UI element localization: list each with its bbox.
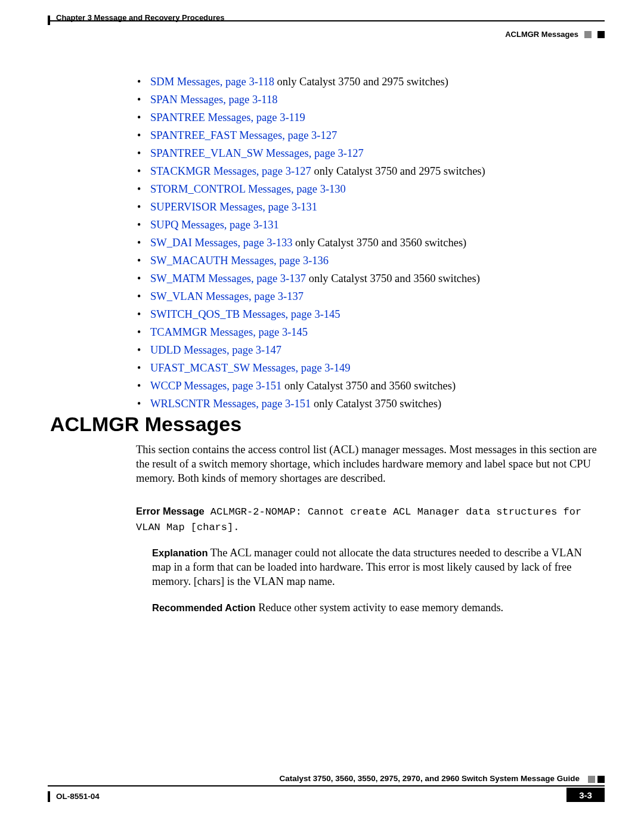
toc-link[interactable]: SPANTREE_FAST Messages, page 3-127: [150, 129, 337, 141]
toc-link[interactable]: SW_VLAN Messages, page 3-137: [150, 290, 304, 302]
toc-link[interactable]: STORM_CONTROL Messages, page 3-130: [150, 183, 346, 195]
toc-extra-text: only Catalyst 3750 and 3560 switches): [306, 272, 480, 284]
toc-item: SPANTREE_FAST Messages, page 3-127: [137, 126, 587, 144]
section-intro: This section contains the access control…: [136, 442, 599, 485]
toc-link[interactable]: SUPERVISOR Messages, page 3-131: [150, 201, 317, 213]
toc-link[interactable]: SDM Messages, page 3-118: [150, 76, 274, 88]
footer-square-mid-icon: [588, 776, 595, 783]
toc-link[interactable]: SW_MATM Messages, page 3-137: [150, 272, 306, 284]
toc-link[interactable]: WCCP Messages, page 3-151: [150, 380, 281, 392]
recommended-action-text: Reduce other system activity to ease mem…: [256, 602, 504, 614]
toc-link[interactable]: TCAMMGR Messages, page 3-145: [150, 326, 308, 338]
toc-extra-text: only Catalyst 3750 switches): [311, 398, 441, 410]
error-message-block: Error Message ACLMGR-2-NOMAP: Cannot cre…: [136, 504, 599, 535]
footer-square-dark-icon: [597, 776, 605, 783]
toc-link[interactable]: SPAN Messages, page 3-118: [150, 94, 277, 106]
toc-item: SW_VLAN Messages, page 3-137: [137, 287, 587, 305]
toc-item: SPANTREE_VLAN_SW Messages, page 3-127: [137, 144, 587, 162]
footer-page-number: 3-3: [566, 788, 605, 802]
recommended-action-block: Recommended Action Reduce other system a…: [152, 600, 593, 615]
error-message-label: Error Message: [136, 506, 205, 516]
toc-item: SPANTREE Messages, page 3-119: [137, 109, 587, 126]
toc-item: SWITCH_QOS_TB Messages, page 3-145: [137, 305, 587, 323]
toc-item: STACKMGR Messages, page 3-127 only Catal…: [137, 162, 587, 180]
toc-item: SW_MATM Messages, page 3-137 only Cataly…: [137, 270, 587, 287]
recommended-action-label: Recommended Action: [152, 602, 256, 613]
toc-link[interactable]: SW_DAI Messages, page 3-133: [150, 237, 292, 249]
footer-rule: [48, 785, 605, 786]
footer-book-title: Catalyst 3750, 3560, 3550, 2975, 2970, a…: [279, 774, 580, 783]
toc-item: SUPQ Messages, page 3-131: [137, 216, 587, 234]
explanation-label: Explanation: [152, 547, 208, 558]
toc-link[interactable]: SPANTREE_VLAN_SW Messages, page 3-127: [150, 147, 364, 159]
section-heading: ACLMGR Messages: [50, 413, 242, 436]
toc-extra-text: only Catalyst 3750 and 3560 switches): [292, 237, 466, 249]
toc-link[interactable]: WRLSCNTR Messages, page 3-151: [150, 398, 311, 410]
page-content: Chapter 3 Message and Recovery Procedure…: [48, 13, 605, 809]
toc-list: SDM Messages, page 3-118 only Catalyst 3…: [137, 73, 587, 413]
toc-link[interactable]: SW_MACAUTH Messages, page 3-136: [150, 255, 329, 267]
toc-extra-text: only Catalyst 3750 and 2975 switches): [274, 76, 448, 88]
toc-item: SW_DAI Messages, page 3-133 only Catalys…: [137, 234, 587, 252]
footer-left-bar: [48, 791, 50, 802]
footer-doc-id: OL-8551-04: [56, 792, 100, 801]
toc-item: WRLSCNTR Messages, page 3-151 only Catal…: [137, 395, 587, 413]
toc-link[interactable]: STACKMGR Messages, page 3-127: [150, 165, 311, 177]
toc-item: SDM Messages, page 3-118 only Catalyst 3…: [137, 73, 587, 91]
toc-item: SW_MACAUTH Messages, page 3-136: [137, 252, 587, 270]
explanation-text: The ACL manager could not allocate the d…: [152, 547, 582, 587]
toc-link[interactable]: SWITCH_QOS_TB Messages, page 3-145: [150, 308, 340, 320]
toc-item: WCCP Messages, page 3-151 only Catalyst …: [137, 377, 587, 395]
toc-item: STORM_CONTROL Messages, page 3-130: [137, 180, 587, 198]
toc-item: TCAMMGR Messages, page 3-145: [137, 323, 587, 341]
header-square-dark-icon: [597, 31, 605, 38]
toc-item: SPAN Messages, page 3-118: [137, 91, 587, 109]
toc-item: SUPERVISOR Messages, page 3-131: [137, 198, 587, 216]
explanation-block: Explanation The ACL manager could not al…: [152, 546, 593, 589]
toc-extra-text: only Catalyst 3750 and 2975 switches): [311, 165, 485, 177]
header-square-mid-icon: [584, 31, 592, 38]
toc-extra-text: only Catalyst 3750 and 3560 switches): [281, 380, 456, 392]
toc-link[interactable]: SPANTREE Messages, page 3-119: [150, 112, 305, 123]
header-chapter: Chapter 3 Message and Recovery Procedure…: [56, 13, 225, 22]
header-section-row: ACLMGR Messages: [505, 30, 605, 39]
toc-link[interactable]: UFAST_MCAST_SW Messages, page 3-149: [150, 362, 350, 374]
toc-item: UDLD Messages, page 3-147: [137, 341, 587, 359]
toc-link[interactable]: UDLD Messages, page 3-147: [150, 344, 281, 356]
header-section-label: ACLMGR Messages: [505, 30, 578, 39]
toc-item: UFAST_MCAST_SW Messages, page 3-149: [137, 359, 587, 377]
toc-link[interactable]: SUPQ Messages, page 3-131: [150, 219, 279, 231]
